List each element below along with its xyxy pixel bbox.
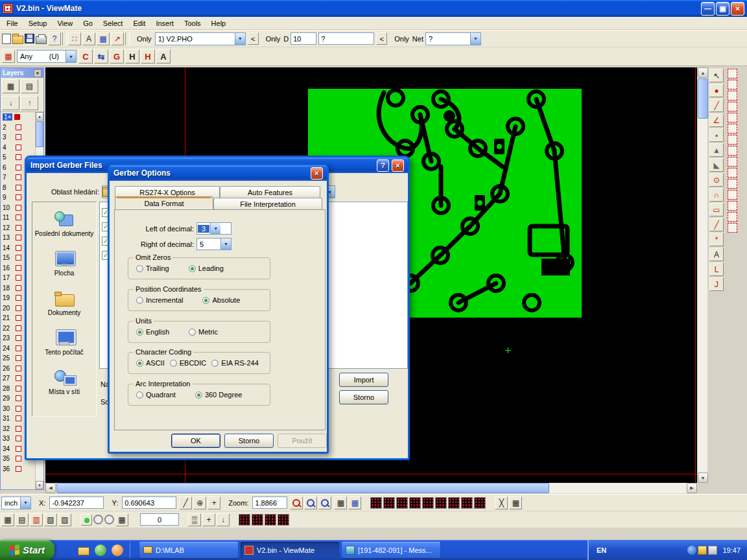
- layer-color-swatch[interactable]: [16, 305, 21, 311]
- layer-down-icon[interactable]: ↓: [2, 96, 19, 110]
- layer-color-swatch[interactable]: [16, 406, 21, 412]
- slash-tool-icon[interactable]: ╱: [709, 218, 724, 231]
- star-tool-icon[interactable]: *: [709, 233, 724, 246]
- layer-color-swatch[interactable]: [14, 114, 20, 120]
- radio-button-icon[interactable]: [189, 329, 196, 336]
- layer-color-swatch[interactable]: [16, 235, 21, 240]
- layer-color-swatch[interactable]: [16, 275, 21, 281]
- dcode-pattern-icon-9[interactable]: [474, 497, 486, 509]
- hatch2-icon[interactable]: ▨: [58, 513, 71, 526]
- scroll-right-icon[interactable]: ▶: [687, 483, 697, 493]
- tray-network-icon[interactable]: [687, 546, 696, 555]
- film-red-icon[interactable]: ▥: [30, 513, 43, 526]
- layer-filter-combo[interactable]: Any (U) ▼: [17, 50, 77, 63]
- gerber-options-titlebar[interactable]: Gerber Options ×: [110, 165, 327, 181]
- rect-outline-tool-icon[interactable]: ▭: [709, 203, 724, 216]
- chevron-down-icon[interactable]: ▼: [235, 33, 245, 45]
- snap-point-icon[interactable]: +: [208, 496, 220, 509]
- grid-view-icon[interactable]: ▦: [334, 496, 347, 509]
- layer-color-swatch[interactable]: [16, 194, 21, 200]
- select-hole-icon[interactable]: [728, 201, 737, 211]
- place-recent[interactable]: Poslední dokumenty: [34, 210, 95, 238]
- select-trace-icon[interactable]: [728, 80, 737, 89]
- layer-color-swatch[interactable]: [16, 446, 21, 452]
- zoom-select-icon[interactable]: [318, 496, 331, 509]
- dcode-table-icon[interactable]: ▦: [97, 32, 110, 45]
- layer-row[interactable]: 3: [1, 132, 35, 143]
- dcode-pattern-icon-6[interactable]: [435, 497, 447, 509]
- radio-ebcdic[interactable]: EBCDIC: [170, 359, 207, 367]
- radio-button-icon[interactable]: [189, 265, 196, 272]
- swap-tool-icon[interactable]: ⇆: [94, 49, 108, 64]
- close-button[interactable]: ×: [731, 2, 744, 16]
- polyline-tool-icon[interactable]: ∠: [709, 113, 724, 127]
- layer-color-swatch[interactable]: [16, 395, 21, 401]
- scroll-down-icon[interactable]: ▼: [36, 481, 43, 489]
- layers-scroll-thumb[interactable]: [36, 121, 43, 147]
- table-small-icon[interactable]: ▦: [509, 496, 522, 509]
- arc-tool-icon[interactable]: ∩: [709, 188, 724, 202]
- chevron-down-icon[interactable]: ▼: [20, 497, 30, 509]
- select-group-icon[interactable]: [728, 168, 737, 178]
- measure-arrow-icon[interactable]: ↗: [111, 32, 124, 45]
- vertical-scrollbar[interactable]: ▲ ▼: [697, 67, 707, 483]
- radio-button-icon[interactable]: [136, 360, 143, 367]
- layer-row[interactable]: 2: [1, 122, 35, 133]
- layer-color-swatch[interactable]: [16, 325, 21, 331]
- firefox-icon[interactable]: [112, 544, 123, 556]
- layer-color-swatch[interactable]: [16, 415, 21, 421]
- horizontal-scrollbar[interactable]: ◀ ▶: [45, 483, 697, 493]
- radio-ascii[interactable]: ASCII: [136, 359, 165, 367]
- scroll-up-icon[interactable]: ▲: [698, 67, 708, 78]
- select-area-icon[interactable]: [728, 124, 737, 134]
- radio-incremental[interactable]: Incremental: [136, 296, 183, 304]
- dcode-pattern-icon-8[interactable]: [461, 497, 473, 509]
- layer-color-swatch[interactable]: [16, 124, 21, 130]
- close-button[interactable]: ×: [392, 159, 404, 172]
- lamp2-icon[interactable]: [104, 515, 114, 524]
- radio-button-icon[interactable]: [136, 391, 143, 399]
- prev-file-button[interactable]: <: [248, 32, 259, 45]
- flash-pattern-icon-2[interactable]: [252, 514, 263, 526]
- j-shape-tool-icon[interactable]: J: [709, 277, 724, 291]
- place-network[interactable]: Místa v síti: [34, 368, 95, 396]
- whats-this-help-icon[interactable]: ?: [48, 32, 61, 45]
- point-tool-icon[interactable]: ●: [709, 84, 724, 97]
- hatch-icon[interactable]: ▧: [44, 513, 57, 526]
- measure-diagonal-icon[interactable]: ╱: [179, 496, 192, 509]
- h-red-tool-icon[interactable]: H: [141, 49, 155, 64]
- layer-color-swatch[interactable]: [16, 134, 21, 140]
- only-dcode-label[interactable]: Only: [266, 35, 281, 43]
- layer-color-swatch[interactable]: [16, 295, 21, 301]
- dcode-dots-icon[interactable]: ∷: [68, 32, 81, 45]
- only-file-label[interactable]: Only: [137, 35, 152, 43]
- close-button[interactable]: ×: [311, 167, 323, 180]
- chevron-down-icon[interactable]: ▼: [65, 51, 76, 62]
- layer-color-swatch[interactable]: [16, 215, 21, 220]
- internet-explorer-icon[interactable]: [61, 544, 73, 556]
- select-text-icon[interactable]: [728, 179, 737, 189]
- layer-color-swatch[interactable]: [16, 154, 21, 160]
- place-documents[interactable]: Dokumenty: [34, 289, 95, 317]
- scroll-left-icon[interactable]: ◀: [45, 483, 56, 493]
- radio-button-icon[interactable]: [170, 360, 177, 367]
- film-icon[interactable]: ▤: [16, 513, 29, 526]
- horizontal-scroll-thumb[interactable]: [56, 483, 549, 493]
- layer-color-swatch[interactable]: [16, 366, 21, 371]
- cancel-button[interactable]: Storno: [339, 390, 388, 404]
- left-of-decimal-combo[interactable]: 3 ▼: [196, 222, 231, 235]
- layer-color-swatch[interactable]: [16, 205, 21, 211]
- cancel-button[interactable]: Storno: [224, 434, 274, 448]
- place-desktop[interactable]: Plocha: [34, 250, 95, 277]
- quick-folder-icon[interactable]: [78, 547, 89, 555]
- flash-pattern-icon-4[interactable]: [278, 514, 289, 526]
- menu-item[interactable]: File: [1, 18, 23, 29]
- dcode-pattern-icon-5[interactable]: [422, 497, 434, 509]
- select-edge-icon[interactable]: [728, 212, 737, 222]
- radio-button-icon[interactable]: [136, 329, 143, 336]
- layer-color-swatch[interactable]: [16, 165, 21, 170]
- radio-button-icon[interactable]: [202, 297, 209, 304]
- layer-color-swatch[interactable]: [16, 265, 21, 271]
- chevron-down-icon[interactable]: ▼: [210, 223, 220, 234]
- language-indicator[interactable]: EN: [597, 546, 606, 554]
